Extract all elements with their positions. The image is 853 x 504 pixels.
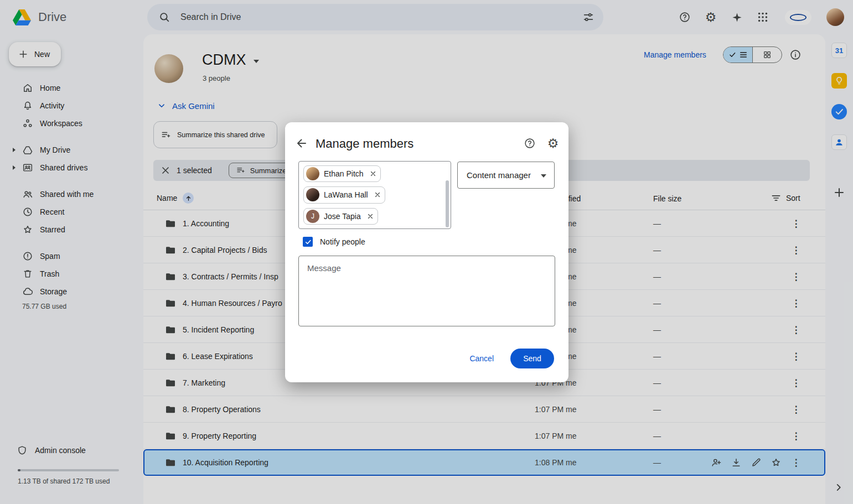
back-arrow-icon[interactable] [295, 137, 308, 150]
sharing-settings-gear-icon[interactable]: ⚙ [546, 136, 560, 150]
member-chip[interactable]: Ethan Pitch [303, 165, 381, 182]
dropdown-caret-icon [541, 174, 546, 178]
recipients-scrollbar[interactable] [446, 180, 449, 227]
member-avatar [306, 167, 319, 180]
dialog-top-icons: ⚙ [523, 136, 560, 150]
role-dropdown[interactable]: Content manager [457, 162, 555, 189]
remove-member-icon[interactable] [365, 211, 375, 221]
member-chip[interactable]: J Jose Tapia [303, 208, 378, 225]
notify-label: Notify people [320, 237, 365, 246]
member-avatar [306, 188, 319, 201]
notify-checkbox[interactable] [303, 237, 313, 247]
remove-member-icon[interactable] [368, 169, 378, 179]
cancel-button[interactable]: Cancel [469, 354, 494, 363]
send-button[interactable]: Send [510, 349, 554, 368]
message-textarea[interactable] [298, 256, 555, 326]
dialog-actions: Cancel Send [469, 349, 554, 368]
notify-people-row: Notify people [303, 237, 365, 247]
help-icon[interactable] [523, 136, 537, 150]
member-avatar: J [306, 210, 319, 223]
google-drive-app: Drive ⚙ 31 [0, 0, 853, 504]
member-chip[interactable]: LaWana Hall [303, 186, 385, 203]
remove-member-icon[interactable] [373, 190, 382, 200]
dialog-title: Manage members [316, 137, 413, 151]
manage-members-dialog: Manage members ⚙ Ethan Pitch LaWana Hall… [285, 122, 568, 382]
recipients-input[interactable]: Ethan Pitch LaWana Hall J Jose Tapia [298, 161, 451, 229]
